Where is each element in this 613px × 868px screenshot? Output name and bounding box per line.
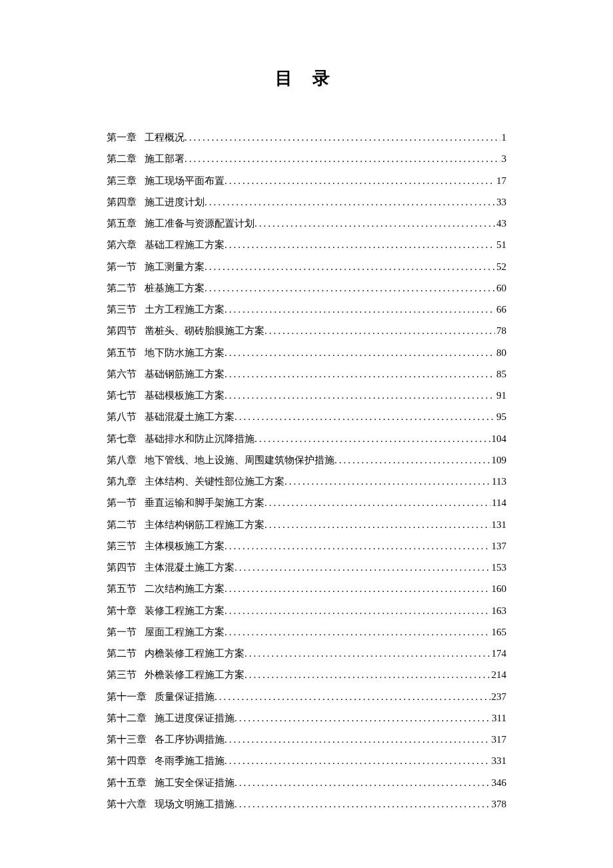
toc-entry-text: 主体模板施工方案 (145, 535, 225, 557)
toc-entry-label: 第三节 (107, 664, 145, 685)
toc-entry-leader (255, 213, 495, 234)
toc-entry: 第三节土方工程施工方案66 (107, 299, 506, 320)
toc-entry-text: 施工进度保证措施 (155, 707, 235, 729)
toc-entry: 第一节施工测量方案52 (107, 256, 506, 277)
toc-entry: 第十一章质量保证措施237 (107, 686, 506, 707)
toc-entry-leader (205, 256, 495, 277)
toc-entry: 第三章施工现场平面布置17 (107, 170, 506, 191)
toc-entry-page: 346 (490, 772, 507, 793)
toc-entry-text: 装修工程施工方案 (145, 600, 225, 621)
toc-entry-leader (265, 320, 495, 341)
toc-entry-label: 第三节 (107, 535, 145, 557)
toc-entry: 第五章施工准备与资源配置计划43 (107, 213, 506, 234)
toc-entry-text: 质量保证措施 (155, 686, 215, 707)
toc-entry: 第二节主体结构钢筋工程施工方案131 (107, 514, 506, 535)
toc-entry-page: 109 (490, 449, 507, 471)
toc-entry-text: 施工准备与资源配置计划 (145, 213, 255, 234)
toc-entry-page: 165 (490, 621, 507, 643)
toc-entry-leader (225, 363, 495, 385)
toc-entry-label: 第七节 (107, 385, 145, 406)
toc-entry-page: 214 (490, 664, 507, 685)
toc-entry-label: 第二节 (107, 277, 145, 299)
toc-entry-page: 33 (495, 191, 506, 213)
toc-entry-page: 80 (495, 342, 506, 363)
toc-entry-leader (255, 428, 490, 449)
toc-entry-text: 工程概况 (145, 127, 185, 148)
toc-entry-text: 基础混凝土施工方案 (145, 406, 235, 427)
toc-entry: 第六节基础钢筋施工方案85 (107, 363, 506, 385)
toc-entry: 第四节凿桩头、砌砖胎膜施工方案78 (107, 320, 506, 341)
toc-entry-text: 内檐装修工程施工方案 (145, 643, 245, 664)
toc-entry-label: 第十三章 (107, 729, 155, 750)
toc-entry-leader (235, 793, 490, 815)
toc-entry-page: 137 (490, 535, 507, 557)
toc-entry-text: 施工部署 (145, 148, 185, 169)
toc-entry-text: 基础模板施工方案 (145, 385, 225, 406)
toc-entry: 第四章施工进度计划33 (107, 191, 506, 213)
toc-entry-leader (235, 772, 490, 793)
toc-entry: 第九章主体结构、关键性部位施工方案113 (107, 471, 506, 492)
toc-entry: 第五节地下防水施工方案80 (107, 342, 506, 363)
toc-entry-page: 153 (490, 557, 507, 578)
toc-entry-label: 第六章 (107, 234, 145, 255)
toc-entry-text: 现场文明施工措施 (155, 793, 235, 815)
toc-entry-label: 第九章 (107, 471, 145, 492)
toc-entry-page: 78 (495, 320, 506, 341)
toc-entry-label: 第三节 (107, 299, 145, 320)
toc-entry-label: 第八节 (107, 406, 145, 427)
toc-entry: 第十五章施工安全保证措施346 (107, 772, 506, 793)
toc-entry-text: 桩基施工方案 (145, 277, 205, 299)
toc-entry-leader (225, 170, 495, 191)
toc-entry-leader (215, 686, 490, 707)
toc-entry-text: 基础工程施工方案 (145, 234, 225, 255)
toc-entry: 第十三章各工序协调措施317 (107, 729, 506, 750)
toc-entry-page: 1 (500, 127, 507, 148)
toc-entry-leader (185, 148, 500, 169)
toc-entry-label: 第七章 (107, 428, 145, 449)
toc-entry: 第二章施工部署3 (107, 148, 506, 169)
toc-entry-label: 第十六章 (107, 793, 155, 815)
toc-entry: 第三节主体模板施工方案137 (107, 535, 506, 557)
toc-entry-page: 3 (500, 148, 507, 169)
toc-entry-page: 317 (490, 729, 507, 750)
toc-entry-page: 91 (495, 385, 506, 406)
toc-entry-leader (225, 750, 490, 771)
toc-entry-page: 51 (495, 234, 506, 255)
toc-entry-leader (225, 621, 490, 643)
toc-entry-leader (205, 277, 495, 299)
toc-entry-label: 第一节 (107, 256, 145, 277)
toc-list: 第一章工程概况1第二章施工部署3第三章施工现场平面布置17第四章施工进度计划33… (107, 127, 506, 815)
toc-entry-label: 第三章 (107, 170, 145, 191)
toc-entry-page: 43 (495, 213, 506, 234)
toc-entry-text: 二次结构施工方案 (145, 578, 225, 599)
toc-entry-page: 331 (490, 750, 507, 771)
toc-entry-label: 第一节 (107, 492, 145, 513)
toc-entry-page: 163 (490, 600, 507, 621)
toc-entry: 第二节内檐装修工程施工方案174 (107, 643, 506, 664)
toc-entry-text: 基础排水和防止沉降措施 (145, 428, 255, 449)
toc-entry-leader (185, 127, 500, 148)
toc-entry-label: 第四节 (107, 557, 145, 578)
toc-entry: 第三节外檐装修工程施工方案214 (107, 664, 506, 685)
toc-entry-page: 114 (490, 492, 506, 513)
toc-entry-page: 104 (490, 428, 507, 449)
toc-entry-text: 主体混凝土施工方案 (145, 557, 235, 578)
toc-entry-label: 第二节 (107, 643, 145, 664)
toc-entry-text: 施工测量方案 (145, 256, 205, 277)
toc-entry-leader (225, 578, 490, 599)
toc-entry: 第十章装修工程施工方案163 (107, 600, 506, 621)
toc-entry-leader (334, 449, 490, 471)
toc-entry-page: 60 (495, 277, 506, 299)
toc-entry: 第五节二次结构施工方案160 (107, 578, 506, 599)
toc-entry-text: 外檐装修工程施工方案 (145, 664, 245, 685)
toc-entry: 第一节垂直运输和脚手架施工方案114 (107, 492, 506, 513)
toc-entry-text: 主体结构钢筋工程施工方案 (145, 514, 265, 535)
toc-entry: 第十四章冬雨季施工措施331 (107, 750, 506, 771)
toc-entry-label: 第十二章 (107, 707, 155, 729)
toc-entry-text: 凿桩头、砌砖胎膜施工方案 (145, 320, 265, 341)
toc-entry-text: 基础钢筋施工方案 (145, 363, 225, 385)
toc-entry: 第七章基础排水和防止沉降措施104 (107, 428, 506, 449)
toc-entry-label: 第五章 (107, 213, 145, 234)
toc-entry-text: 冬雨季施工措施 (155, 750, 225, 771)
toc-entry-label: 第十一章 (107, 686, 155, 707)
